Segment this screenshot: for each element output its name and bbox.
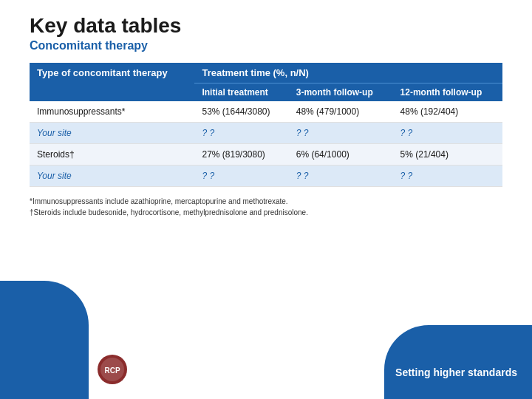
table-cell-3-3: ? ? bbox=[393, 165, 502, 186]
table-cell-2-3: 5% (21/404) bbox=[393, 143, 502, 165]
table-cell-1-1: ? ? bbox=[194, 122, 288, 143]
table-cell-0-0: Immunosuppressants* bbox=[30, 101, 194, 123]
blue-shape-left bbox=[0, 281, 89, 399]
col3-header: 3-month follow-up bbox=[289, 83, 393, 101]
data-table: Type of concomitant therapy Treatment ti… bbox=[30, 63, 502, 187]
table-cell-0-2: 48% (479/1000) bbox=[289, 101, 393, 123]
table-cell-2-2: 6% (64/1000) bbox=[289, 143, 393, 165]
blue-shape-right bbox=[384, 325, 532, 399]
treatment-time-header: Treatment time (%, n/N) bbox=[194, 63, 502, 83]
table-body: Immunosuppressants*53% (1644/3080)48% (4… bbox=[30, 101, 502, 187]
table-row: Immunosuppressants*53% (1644/3080)48% (4… bbox=[30, 101, 502, 123]
table-cell-3-0: Your site bbox=[30, 165, 194, 186]
col1-header: Type of concomitant therapy bbox=[30, 63, 194, 101]
footnotes: *Immunosuppressants include azathioprine… bbox=[30, 196, 502, 218]
rcp-logo-icon: RCP bbox=[96, 353, 129, 386]
table-cell-3-2: ? ? bbox=[289, 165, 393, 186]
table-row: Steroids†27% (819/3080)6% (64/1000)5% (2… bbox=[30, 143, 502, 165]
table-cell-0-3: 48% (192/404) bbox=[393, 101, 502, 123]
page-wrapper: Key data tables Concomitant therapy Type… bbox=[0, 0, 532, 399]
table-cell-1-2: ? ? bbox=[289, 122, 393, 143]
table-cell-3-1: ? ? bbox=[194, 165, 288, 186]
footnote-line1: *Immunosuppressants include azathioprine… bbox=[30, 196, 502, 207]
table-cell-0-1: 53% (1644/3080) bbox=[194, 101, 288, 123]
logo-area: RCP Royal College of Physicians bbox=[96, 353, 253, 386]
col2-header: Initial treatment bbox=[194, 83, 288, 101]
table-cell-1-0: Your site bbox=[30, 122, 194, 143]
page-subtitle: Concomitant therapy bbox=[30, 39, 502, 52]
table-cell-2-1: 27% (819/3080) bbox=[194, 143, 288, 165]
col4-header: 12-month follow-up bbox=[393, 83, 502, 101]
table-cell-2-0: Steroids† bbox=[30, 143, 194, 165]
main-content: Key data tables Concomitant therapy Type… bbox=[30, 15, 502, 218]
logo-text: Royal College of Physicians bbox=[134, 364, 253, 375]
tagline: Setting higher standards bbox=[395, 366, 517, 378]
footnote-line2: †Steroids include budesonide, hydrocorti… bbox=[30, 207, 502, 218]
table-row: Your site? ?? ?? ? bbox=[30, 122, 502, 143]
page-title: Key data tables bbox=[30, 15, 502, 38]
table-header-top: Type of concomitant therapy Treatment ti… bbox=[30, 63, 502, 83]
table-row: Your site? ?? ?? ? bbox=[30, 165, 502, 186]
svg-text:RCP: RCP bbox=[104, 366, 120, 375]
table-cell-1-3: ? ? bbox=[393, 122, 502, 143]
